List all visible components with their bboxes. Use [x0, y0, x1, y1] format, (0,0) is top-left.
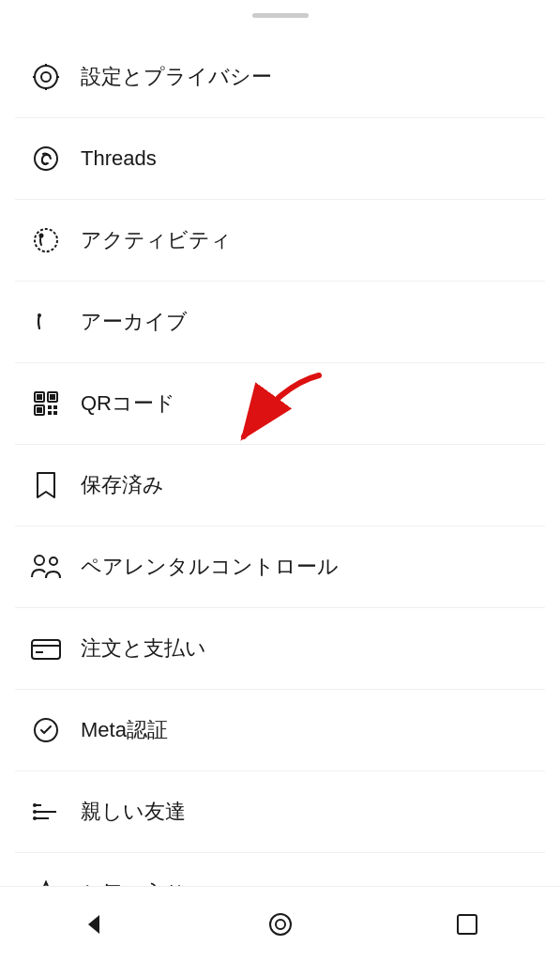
svg-rect-15 [37, 407, 42, 413]
card-icon [23, 625, 69, 672]
svg-point-29 [33, 810, 37, 814]
orders-payments-label: 注文と支払い [81, 634, 206, 663]
svg-rect-18 [48, 411, 52, 415]
back-button[interactable] [66, 896, 122, 953]
svg-point-1 [41, 72, 51, 82]
archive-label: アーカイブ [81, 308, 188, 336]
svg-point-9 [38, 313, 41, 317]
qr-code-label: QRコード [81, 389, 175, 418]
menu-item-archive[interactable]: アーカイブ [15, 282, 545, 363]
meta-verify-icon [23, 707, 69, 754]
svg-rect-11 [37, 394, 42, 400]
svg-point-27 [33, 803, 37, 807]
menu-item-threads[interactable]: Threads [15, 118, 545, 200]
svg-point-8 [40, 235, 43, 237]
menu-item-settings-privacy[interactable]: 設定とプライバシー [15, 37, 545, 118]
qr-icon [23, 380, 69, 427]
svg-point-35 [270, 914, 291, 935]
bottom-nav [0, 886, 560, 961]
menu-item-meta-verify[interactable]: Meta認証 [15, 690, 545, 771]
menu-item-activity[interactable]: アクティビティ [15, 200, 545, 282]
svg-rect-19 [53, 411, 57, 415]
menu-item-parental-control[interactable]: ペアレンタルコントロール [15, 526, 545, 608]
archive-icon [23, 298, 69, 345]
svg-rect-22 [32, 640, 60, 659]
menu-list: 設定とプライバシー Threads [0, 37, 560, 934]
saved-label: 保存済み [81, 471, 164, 499]
svg-rect-16 [48, 405, 52, 409]
meta-verify-label: Meta認証 [81, 716, 168, 744]
menu-item-orders-payments[interactable]: 注文と支払い [15, 608, 545, 690]
close-friends-icon [23, 788, 69, 835]
svg-point-7 [35, 229, 57, 252]
threads-label: Threads [81, 146, 157, 171]
menu-item-close-friends[interactable]: 親しい友達 [15, 771, 545, 853]
close-friends-label: 親しい友達 [81, 798, 186, 826]
activity-icon [23, 217, 69, 264]
menu-item-saved[interactable]: 保存済み [15, 445, 545, 526]
activity-label: アクティビティ [81, 226, 232, 254]
recents-button[interactable] [439, 896, 495, 953]
svg-marker-34 [88, 915, 99, 934]
home-button[interactable] [252, 896, 309, 953]
svg-rect-17 [53, 405, 57, 409]
phone-container: 設定とプライバシー Threads [0, 0, 560, 961]
svg-point-0 [35, 66, 57, 88]
svg-point-21 [50, 557, 57, 565]
svg-point-31 [33, 816, 37, 820]
parental-icon [23, 543, 69, 590]
svg-point-20 [35, 556, 44, 565]
parental-control-label: ペアレンタルコントロール [81, 553, 339, 581]
drag-handle [252, 13, 309, 18]
menu-item-qr-code[interactable]: QRコード [15, 363, 545, 445]
svg-rect-37 [458, 915, 477, 934]
bookmark-icon [23, 462, 69, 509]
settings-privacy-label: 設定とプライバシー [81, 63, 272, 91]
svg-point-6 [35, 147, 57, 170]
threads-icon [23, 135, 69, 182]
settings-icon [23, 53, 69, 100]
svg-point-36 [276, 920, 285, 929]
svg-rect-13 [50, 394, 55, 400]
